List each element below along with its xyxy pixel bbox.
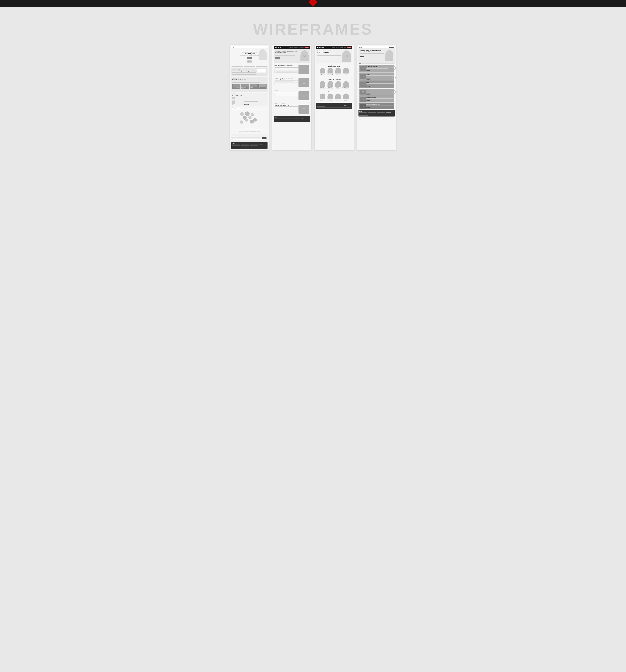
feature-4-checks: [275, 108, 298, 110]
neuro-nav-cta-btn[interactable]: Get Started: [304, 47, 309, 48]
contact-email-input[interactable]: [247, 137, 261, 139]
text-line: [275, 68, 298, 68]
service-omni: Omni-platform Care Get More: [359, 96, 394, 102]
bubbles-container: [232, 111, 267, 125]
feature-2: Healthcare Providers Cutting-edge digita…: [274, 76, 310, 89]
panel4-footer-nav: [359, 112, 394, 114]
tab-item[interactable]: [362, 63, 369, 64]
leadership-title: Leadership Team: [317, 65, 351, 67]
hero-cta-btn[interactable]: Get Started: [247, 57, 252, 59]
page-heading: WIREFRAMES: [230, 20, 396, 38]
panel2-hero-title: Neurowyz is the only neuroscience partne…: [275, 50, 300, 53]
neuro-nav-items: What We Do Focus Area Who We Are Contact…: [289, 47, 309, 48]
svg-marker-9: [304, 55, 305, 56]
feature-2-image: [299, 78, 309, 87]
biz-advisor-4: Fredrik Nyberg Director, Sales: [342, 94, 350, 101]
service-cards-row: Brain Health Screening Human Neuro-Analy…: [232, 83, 266, 89]
metric-line: [256, 66, 267, 67]
service-btn-brain-health[interactable]: Get More: [367, 70, 370, 71]
service-circle-decoration-2: [392, 76, 396, 79]
check-line: [276, 72, 298, 72]
panel2-hero-content: Neurowyz is the only neuroscience partne…: [275, 50, 300, 61]
tab-item[interactable]: [386, 63, 394, 64]
contact-submit-btn[interactable]: [262, 137, 266, 139]
text-line: [367, 76, 394, 76]
bubble-3: [251, 113, 254, 116]
text-line: [318, 55, 341, 56]
nav-item: Contact: [344, 47, 346, 48]
bubble-2: [245, 112, 250, 116]
benefits-text: Work Better Sleep Better Request Demo: [244, 97, 267, 105]
panel4-hero: Protecting quality of life and Optimisin…: [358, 48, 395, 62]
check-3: [275, 110, 298, 110]
svg-rect-23: [362, 99, 364, 100]
metric-line: [232, 66, 242, 67]
panel4-nav-btn[interactable]: [389, 47, 394, 48]
card-why: Why: [258, 83, 266, 89]
biz-role-4: Director, Sales: [342, 100, 350, 101]
footer-line: [377, 112, 385, 113]
bubble-1: [240, 112, 244, 116]
nav-cta-btn[interactable]: Get Started: [347, 47, 351, 48]
service-content-leadership: Leadership and Development Get More: [367, 104, 394, 109]
footer-col: [317, 105, 325, 107]
svg-point-4: [249, 62, 249, 62]
tab-active[interactable]: All: [359, 63, 361, 64]
tab-item[interactable]: [370, 63, 378, 64]
text-line: [232, 82, 260, 82]
panel1-nav: Logo: [231, 46, 268, 48]
footer-col-3: [250, 145, 258, 146]
biz-avatar-3: [335, 94, 341, 99]
team-member-4: Nav Vij Chief Executive Officer: [342, 68, 350, 75]
neuro-nav-item-4: Contact: [301, 47, 304, 48]
hero-body: [318, 54, 341, 56]
advisor-role-2: Director, Clinical Research: [327, 88, 334, 89]
check-line: [276, 83, 298, 83]
advisor-role-4: Professor of Neurology: [342, 88, 350, 89]
card-img: [259, 84, 266, 87]
benefits-cta-btn[interactable]: Request Demo: [244, 104, 249, 105]
text-line: [275, 107, 293, 107]
service-content-nhyre: Nhyre Get More: [367, 82, 394, 87]
svg-rect-20: [362, 76, 364, 77]
text-line: [275, 54, 300, 54]
check-line: [276, 110, 298, 110]
panel-2: ♟ NEUROWYZ What We Do Focus Area Who We …: [272, 45, 311, 150]
svg-rect-24: [362, 105, 364, 107]
contact-section: Get in touch: [231, 134, 268, 142]
service-btn-omni[interactable]: Get More: [367, 100, 370, 101]
team-avatar-1: [320, 68, 325, 73]
feature-3-checks: [275, 95, 298, 96]
svg-marker-5: [250, 62, 250, 62]
footer-col: [368, 112, 376, 114]
epidemic-section: LET'S FACE THE GLOBAL Brain Health Epide…: [231, 68, 268, 76]
service-body-attecus: [367, 91, 394, 92]
tab-item[interactable]: [378, 63, 386, 64]
check-2: [275, 95, 298, 96]
footer-col: [283, 118, 292, 119]
panel4-hero-btn[interactable]: Get Started: [360, 56, 364, 57]
footer-col: [359, 112, 367, 114]
feature-4-text: Optimise your clinical trials: [275, 104, 298, 110]
service-content-attayn: Attayn Get More: [367, 74, 394, 80]
contact-message-input[interactable]: [232, 139, 266, 140]
card-line: [258, 72, 266, 73]
feature-2-content: Cutting-edge digital assessments: [275, 78, 309, 87]
check-line: [276, 84, 298, 85]
contact-form-row: [232, 137, 266, 139]
benefits-icons: Work Better Sleep Better: [232, 97, 244, 105]
check-2: [275, 83, 298, 83]
service-btn-attecus[interactable]: Get More: [367, 94, 370, 95]
service-btn-nhyre[interactable]: Get More: [367, 86, 370, 87]
text-line: [367, 83, 394, 84]
team-avatar-2: [327, 68, 333, 73]
contact-name-input[interactable]: [232, 137, 247, 139]
panel2-hero-btn[interactable]: Get Started: [275, 57, 280, 59]
member-role-4: Chief Executive Officer: [342, 75, 350, 75]
dot: [250, 90, 251, 91]
biz-avatar-1: [320, 94, 325, 99]
service-btn-attayn[interactable]: Get More: [367, 78, 370, 79]
metric-line: [244, 67, 255, 67]
hero-main-title: For Everyone: [318, 52, 341, 54]
service-btn-leadership[interactable]: Get More: [367, 107, 370, 108]
